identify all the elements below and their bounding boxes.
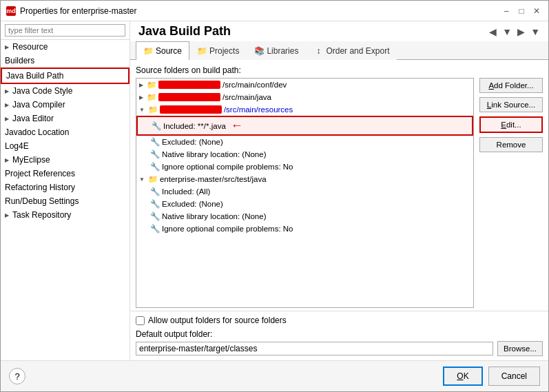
libraries-tab-icon: 📚 xyxy=(254,46,264,56)
nav-forward-dropdown-button[interactable]: ▼ xyxy=(529,25,541,39)
window-controls: – □ ✕ xyxy=(500,5,543,17)
arrow-indicator: ← xyxy=(231,118,243,133)
sidebar-item-builders[interactable]: Builders xyxy=(1,54,130,68)
sidebar-item-log4e-label: Log4E xyxy=(5,141,29,151)
nav-dropdown-button[interactable]: ▼ xyxy=(501,25,513,39)
content-title-bar: Java Build Path ◀ ▼ ▶ ▼ xyxy=(130,21,548,41)
tree-item-excluded-none2[interactable]: 🔧 Excluded: (None) xyxy=(136,198,473,210)
remove-button[interactable]: Remove xyxy=(479,137,543,152)
tabs-bar: 📁 Source 📁 Projects 📚 Libraries ↕ Order … xyxy=(130,41,548,60)
app-icon: md xyxy=(6,6,16,16)
source-tree[interactable]: ▶ 📁 /src/main/conf/dev ▶ 📁 /src/main/j xyxy=(136,78,474,308)
sidebar: Resource Builders Java Build Path Java C… xyxy=(1,21,130,360)
filter-icon: 🔧 xyxy=(152,121,161,131)
allow-output-checkbox[interactable] xyxy=(136,316,145,325)
expand-icon: ▶ xyxy=(139,82,143,88)
sidebar-item-log4e[interactable]: Log4E xyxy=(1,139,130,153)
redact-block3 xyxy=(160,105,222,114)
native-lib2-label: Native library location: (None) xyxy=(162,212,266,220)
nav-forward-button[interactable]: ▶ xyxy=(516,25,526,39)
edit-button[interactable]: Edit... xyxy=(479,116,543,133)
sidebar-item-java-build-path[interactable]: Java Build Path xyxy=(1,68,130,84)
tree-item-conf-dev[interactable]: ▶ 📁 /src/main/conf/dev xyxy=(136,79,473,91)
tree-item-main-java[interactable]: ▶ 📁 /src/main/java xyxy=(136,91,473,103)
tab-source[interactable]: 📁 Source xyxy=(136,41,189,60)
remove-label: Remove xyxy=(497,141,526,149)
sidebar-item-java-code-style-label: Java Code Style xyxy=(12,86,72,96)
sidebar-item-java-code-style[interactable]: Java Code Style xyxy=(1,84,130,98)
output-folder-input[interactable] xyxy=(136,342,493,355)
source-pane: Source folders on build path: ▶ 📁 /src/m… xyxy=(136,65,474,308)
help-button[interactable]: ? xyxy=(9,368,25,384)
tree-item-native-lib2[interactable]: 🔧 Native library location: (None) xyxy=(136,210,473,223)
tree-item-ignore-compile[interactable]: 🔧 Ignore optional compile problems: No xyxy=(136,161,473,173)
browse-button[interactable]: Browse... xyxy=(497,341,543,356)
sidebar-item-javadoc[interactable]: Javadoc Location xyxy=(1,125,130,139)
add-folder-label: dd Folder... xyxy=(494,81,534,90)
sidebar-item-task-repository[interactable]: Task Repository xyxy=(1,208,130,222)
titlebar: md Properties for enterprise-master – □ … xyxy=(1,1,548,21)
output-folder-label: Default output folder: xyxy=(136,329,543,339)
ignore-compile2-label: Ignore optional compile problems: No xyxy=(162,225,293,233)
source-tab-icon: 📁 xyxy=(143,46,153,56)
sidebar-item-project-references-label: Project References xyxy=(5,169,75,178)
filter-icon2: 🔧 xyxy=(150,137,160,147)
tree-path-main-resources: /src/main/resources xyxy=(224,105,293,114)
tab-content: Source folders on build path: ▶ 📁 /src/m… xyxy=(130,60,548,311)
sidebar-item-refactoring-history[interactable]: Refactoring History xyxy=(1,180,130,194)
tab-source-label: Source xyxy=(156,46,182,56)
sidebar-item-run-debug-label: Run/Debug Settings xyxy=(5,196,79,206)
tree-item-excluded-none[interactable]: 🔧 Excluded: (None) xyxy=(136,136,473,148)
filter-wrap xyxy=(1,21,130,40)
main-content: Resource Builders Java Build Path Java C… xyxy=(1,21,548,360)
tree-path-main-java: /src/main/java xyxy=(222,93,271,101)
tree-item-ignore-compile2[interactable]: 🔧 Ignore optional compile problems: No xyxy=(136,223,473,235)
tab-projects[interactable]: 📁 Projects xyxy=(189,41,247,60)
tab-libraries-label: Libraries xyxy=(267,46,298,56)
sidebar-item-java-editor[interactable]: Java Editor xyxy=(1,112,130,125)
ok-button[interactable]: OK xyxy=(443,367,482,386)
nav-back-button[interactable]: ◀ xyxy=(488,25,498,39)
tree-item-included-java[interactable]: 🔧 Included: **/*.java ← xyxy=(136,116,473,136)
sidebar-item-resource-label: Resource xyxy=(12,42,48,52)
link-source-button[interactable]: Link Source... xyxy=(479,97,543,112)
tree-item-src-test-java[interactable]: ▼ 📁 enterprise-master/src/test/java xyxy=(136,173,473,185)
info-icon4: 🔧 xyxy=(150,224,160,234)
tab-projects-label: Projects xyxy=(209,46,239,56)
sidebar-item-myeclipse-label: MyEclipse xyxy=(12,155,50,165)
tree-item-included-all[interactable]: 🔧 Included: (All) xyxy=(136,185,473,198)
browse-label: Browse... xyxy=(504,344,537,353)
allow-output-label[interactable]: Allow output folders for source folders xyxy=(148,316,287,325)
sidebar-item-resource[interactable]: Resource xyxy=(1,40,130,54)
edit-label: dit... xyxy=(506,121,521,129)
sidebar-item-myeclipse[interactable]: MyEclipse xyxy=(1,153,130,167)
sidebar-item-java-compiler[interactable]: Java Compiler xyxy=(1,98,130,112)
content-title: Java Build Path xyxy=(138,24,231,39)
filter-input[interactable] xyxy=(5,24,125,37)
tree-item-main-resources[interactable]: ▼ 📁 /src/main/resources xyxy=(136,103,473,116)
tree-item-native-lib[interactable]: 🔧 Native library location: (None) xyxy=(136,148,473,161)
sidebar-item-java-build-path-label: Java Build Path xyxy=(6,71,63,81)
tab-order-export-label: Order and Export xyxy=(326,46,389,56)
native-lib-label: Native library location: (None) xyxy=(162,150,266,158)
sidebar-item-run-debug[interactable]: Run/Debug Settings xyxy=(1,194,130,208)
minimize-button[interactable]: – xyxy=(500,5,512,17)
sidebar-item-project-references[interactable]: Project References xyxy=(1,167,130,180)
excluded-none-label: Excluded: (None) xyxy=(162,138,223,146)
info-icon3: 🔧 xyxy=(150,212,160,221)
action-buttons: Add Folder... Link Source... Edit... Rem… xyxy=(479,65,543,308)
footer-right: OK Cancel xyxy=(443,367,540,386)
add-folder-button[interactable]: Add Folder... xyxy=(479,78,543,93)
maximize-button[interactable]: □ xyxy=(515,5,528,17)
folder-icon3: 📁 xyxy=(148,105,158,114)
close-button[interactable]: ✕ xyxy=(530,5,543,17)
cancel-button[interactable]: Cancel xyxy=(488,367,540,386)
tab-libraries[interactable]: 📚 Libraries xyxy=(247,41,306,60)
folder-icon2: 📁 xyxy=(147,92,156,102)
output-folder-row: Browse... xyxy=(136,341,543,356)
expand-icon2: ▶ xyxy=(139,94,143,101)
tab-order-export[interactable]: ↕ Order and Export xyxy=(306,41,397,60)
dialog-footer: ? OK Cancel xyxy=(1,360,548,391)
sidebar-item-task-repository-label: Task Repository xyxy=(12,210,71,220)
redact-block2 xyxy=(158,93,220,101)
